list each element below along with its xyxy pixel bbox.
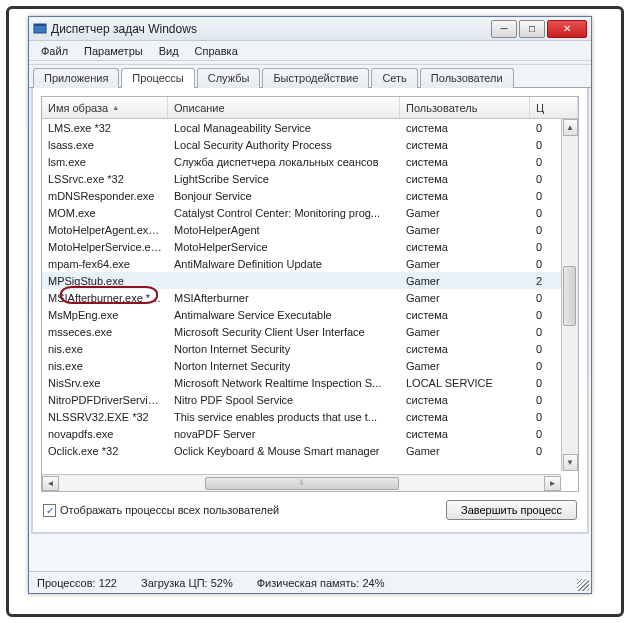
cell-user: система bbox=[400, 172, 530, 186]
table-row[interactable]: NLSSRV32.EXE *32This service enables pro… bbox=[42, 408, 578, 425]
cell-desc: AntiMalware Definition Update bbox=[168, 257, 400, 271]
tab-performance[interactable]: Быстродействие bbox=[262, 68, 369, 88]
cell-name: MPSigStub.exe bbox=[42, 274, 168, 288]
cell-desc: Local Manageability Service bbox=[168, 121, 400, 135]
table-row[interactable]: lsm.exeСлужба диспетчера локальных сеанс… bbox=[42, 153, 578, 170]
cell-name: novapdfs.exe bbox=[42, 427, 168, 441]
menu-help[interactable]: Справка bbox=[187, 43, 246, 59]
status-memory: Физическая память: 24% bbox=[257, 577, 385, 589]
scroll-left-icon[interactable]: ◄ bbox=[42, 476, 59, 491]
window-title: Диспетчер задач Windows bbox=[51, 22, 491, 36]
cell-name: MOM.exe bbox=[42, 206, 168, 220]
hscroll-thumb[interactable]: ⦀ bbox=[205, 477, 399, 490]
cell-name: MsMpEng.exe bbox=[42, 308, 168, 322]
tab-services[interactable]: Службы bbox=[197, 68, 261, 88]
table-row[interactable]: MotoHelperService.ex...MotoHelperService… bbox=[42, 238, 578, 255]
cell-user: Gamer bbox=[400, 223, 530, 237]
maximize-button[interactable]: □ bbox=[519, 20, 545, 38]
end-process-button[interactable]: Завершить процесс bbox=[446, 500, 577, 520]
cell-user: система bbox=[400, 427, 530, 441]
checkbox-checked-icon: ✓ bbox=[43, 504, 56, 517]
cell-name: nis.exe bbox=[42, 359, 168, 373]
menu-view[interactable]: Вид bbox=[151, 43, 187, 59]
table-row[interactable]: mpam-fex64.exeAntiMalware Definition Upd… bbox=[42, 255, 578, 272]
table-row[interactable]: MSIAfterburner.exe *32MSIAfterburnerGame… bbox=[42, 289, 578, 306]
show-all-users-checkbox[interactable]: ✓ Отображать процессы всех пользователей bbox=[43, 504, 446, 517]
col-user[interactable]: Пользователь bbox=[400, 97, 530, 118]
cell-name: nis.exe bbox=[42, 342, 168, 356]
table-row[interactable]: msseces.exeMicrosoft Security Client Use… bbox=[42, 323, 578, 340]
cell-name: NitroPDFDriverService... bbox=[42, 393, 168, 407]
table-row[interactable]: nis.exeNorton Internet SecurityGamer0 bbox=[42, 357, 578, 374]
table-row[interactable]: novapdfs.exenovaPDF Serverсистема0 bbox=[42, 425, 578, 442]
cell-desc: novaPDF Server bbox=[168, 427, 400, 441]
cell-user: система bbox=[400, 342, 530, 356]
table-row[interactable]: MotoHelperAgent.exe...MotoHelperAgentGam… bbox=[42, 221, 578, 238]
titlebar[interactable]: Диспетчер задач Windows ─ □ ✕ bbox=[29, 17, 591, 41]
cell-user: Gamer bbox=[400, 274, 530, 288]
table-row[interactable]: NisSrv.exeMicrosoft Network Realtime Ins… bbox=[42, 374, 578, 391]
cell-desc: Microsoft Security Client User Interface bbox=[168, 325, 400, 339]
tab-users[interactable]: Пользователи bbox=[420, 68, 514, 88]
cell-user: Gamer bbox=[400, 206, 530, 220]
resize-grip-icon[interactable] bbox=[577, 579, 589, 591]
cell-desc: Local Security Authority Process bbox=[168, 138, 400, 152]
close-button[interactable]: ✕ bbox=[547, 20, 587, 38]
scroll-up-icon[interactable]: ▲ bbox=[563, 119, 578, 136]
cell-desc: Служба диспетчера локальных сеансов bbox=[168, 155, 400, 169]
cell-user: Gamer bbox=[400, 257, 530, 271]
horizontal-scrollbar[interactable]: ◄ ⦀ ► bbox=[42, 474, 561, 491]
minimize-button[interactable]: ─ bbox=[491, 20, 517, 38]
scroll-down-icon[interactable]: ▼ bbox=[563, 454, 578, 471]
cell-desc: MSIAfterburner bbox=[168, 291, 400, 305]
table-row[interactable]: lsass.exeLocal Security Authority Proces… bbox=[42, 136, 578, 153]
cell-user: система bbox=[400, 410, 530, 424]
cell-name: lsass.exe bbox=[42, 138, 168, 152]
table-row[interactable]: LMS.exe *32Local Manageability Serviceси… bbox=[42, 119, 578, 136]
col-image-name[interactable]: Имя образа▲ bbox=[42, 97, 168, 118]
scroll-right-icon[interactable]: ► bbox=[544, 476, 561, 491]
table-row[interactable]: MsMpEng.exeAntimalware Service Executabl… bbox=[42, 306, 578, 323]
status-processes: Процессов: 122 bbox=[37, 577, 117, 589]
cell-user: Gamer bbox=[400, 444, 530, 458]
cell-name: lsm.exe bbox=[42, 155, 168, 169]
cell-user: система bbox=[400, 308, 530, 322]
cell-desc: MotoHelperService bbox=[168, 240, 400, 254]
cell-user: система bbox=[400, 189, 530, 203]
tab-applications[interactable]: Приложения bbox=[33, 68, 119, 88]
tab-network[interactable]: Сеть bbox=[371, 68, 417, 88]
menubar: Файл Параметры Вид Справка bbox=[29, 41, 591, 61]
cell-user: Gamer bbox=[400, 359, 530, 373]
menu-file[interactable]: Файл bbox=[33, 43, 76, 59]
vertical-scrollbar[interactable]: ▲ ▼ bbox=[561, 119, 578, 471]
cell-user: Gamer bbox=[400, 325, 530, 339]
content-panel: Имя образа▲ Описание Пользователь Ц LMS.… bbox=[31, 88, 589, 534]
cell-desc bbox=[168, 280, 400, 282]
cell-user: система bbox=[400, 121, 530, 135]
cell-name: mDNSResponder.exe bbox=[42, 189, 168, 203]
cell-name: MotoHelperService.ex... bbox=[42, 240, 168, 254]
cell-desc: Microsoft Network Realtime Inspection S.… bbox=[168, 376, 400, 390]
table-row[interactable]: nis.exeNorton Internet Securityсистема0 bbox=[42, 340, 578, 357]
vscroll-thumb[interactable] bbox=[563, 266, 576, 326]
col-cpu[interactable]: Ц bbox=[530, 97, 578, 118]
cell-desc: This service enables products that use t… bbox=[168, 410, 400, 424]
cell-name: NisSrv.exe bbox=[42, 376, 168, 390]
menu-options[interactable]: Параметры bbox=[76, 43, 151, 59]
cell-name: MSIAfterburner.exe *32 bbox=[42, 291, 168, 305]
table-row[interactable]: LSSrvc.exe *32LightScribe Serviceсистема… bbox=[42, 170, 578, 187]
table-row[interactable]: Oclick.exe *32Oclick Keyboard & Mouse Sm… bbox=[42, 442, 578, 459]
table-body: LMS.exe *32Local Manageability Serviceси… bbox=[42, 119, 578, 471]
table-row[interactable]: mDNSResponder.exeBonjour Serviceсистема0 bbox=[42, 187, 578, 204]
cell-desc: Norton Internet Security bbox=[168, 359, 400, 373]
cell-name: Oclick.exe *32 bbox=[42, 444, 168, 458]
status-cpu: Загрузка ЦП: 52% bbox=[141, 577, 233, 589]
col-description[interactable]: Описание bbox=[168, 97, 400, 118]
table-row[interactable]: MPSigStub.exeGamer2 bbox=[42, 272, 578, 289]
table-row[interactable]: NitroPDFDriverService...Nitro PDF Spool … bbox=[42, 391, 578, 408]
tab-processes[interactable]: Процессы bbox=[121, 68, 194, 88]
table-row[interactable]: MOM.exeCatalyst Control Center: Monitori… bbox=[42, 204, 578, 221]
cell-user: LOCAL SERVICE bbox=[400, 376, 530, 390]
cell-name: mpam-fex64.exe bbox=[42, 257, 168, 271]
cell-user: система bbox=[400, 240, 530, 254]
